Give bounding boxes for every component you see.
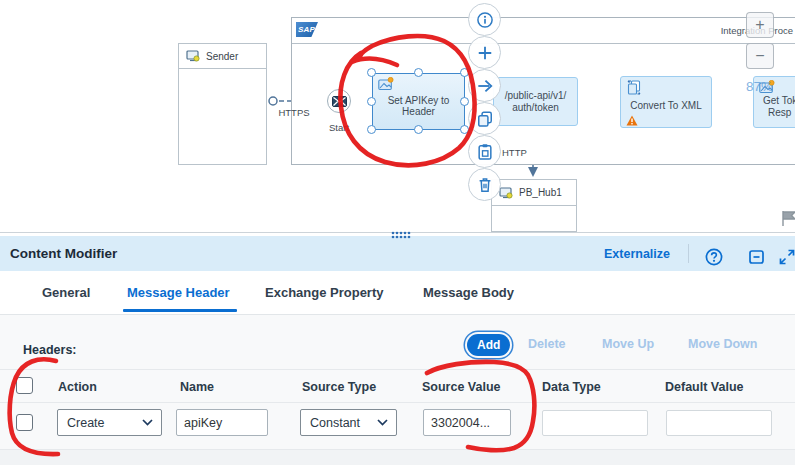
delete-button[interactable]: Delete (528, 337, 566, 351)
header-separator (688, 244, 689, 263)
data-type-input[interactable] (542, 410, 648, 436)
context-copy-button[interactable] (468, 102, 501, 135)
add-button[interactable]: Add (467, 334, 510, 356)
arrow-right-icon (475, 76, 495, 96)
xml-converter-icon (627, 80, 642, 95)
panel-header (0, 236, 795, 271)
selection-handle[interactable] (460, 68, 469, 77)
start-label: Start (320, 122, 358, 133)
table-border (0, 369, 795, 370)
arrowhead-down (528, 167, 538, 177)
step-set-apikey-to-header[interactable]: Set APIKey to Header (372, 73, 465, 130)
step-convert-to-xml[interactable]: Convert To XML (620, 76, 712, 128)
plus-icon (475, 43, 495, 63)
selection-handle[interactable] (367, 125, 376, 134)
context-add-button[interactable] (468, 36, 501, 69)
panel-title: Content Modifier (10, 236, 117, 271)
select-all-checkbox[interactable] (16, 377, 33, 394)
default-value-input[interactable] (666, 410, 772, 436)
action-select-value: Create (67, 416, 105, 430)
message-start-icon (332, 96, 347, 107)
trash-icon (475, 175, 495, 195)
expand-icon (779, 249, 795, 265)
step-label-line1: Set APIKey to (388, 95, 450, 107)
action-select[interactable]: Create (57, 409, 162, 436)
participant-icon (499, 187, 513, 199)
minimize-icon (749, 250, 764, 264)
participant-icon (186, 50, 200, 62)
selection-handle[interactable] (414, 68, 423, 77)
tab-exchange-property[interactable]: Exchange Property (265, 271, 384, 314)
name-input[interactable] (176, 409, 268, 436)
column-header-default-value: Default Value (665, 380, 744, 394)
selection-handle[interactable] (460, 97, 469, 106)
column-header-data-type: Data Type (542, 380, 601, 394)
context-connector-button[interactable] (468, 69, 501, 102)
column-header-source-type: Source Type (302, 380, 376, 394)
step-label-line2: Resp (768, 107, 791, 119)
move-up-button[interactable]: Move Up (602, 337, 654, 351)
help-button[interactable] (705, 248, 723, 266)
table-border (0, 402, 795, 403)
context-delete-button[interactable] (468, 168, 501, 201)
receiver-participant[interactable]: PB_Hub1 (491, 179, 577, 232)
step-label-line2: Header (402, 106, 435, 118)
info-icon (475, 10, 495, 30)
context-paste-button[interactable] (468, 135, 501, 168)
column-header-name: Name (180, 380, 214, 394)
column-header-action: Action (58, 380, 97, 394)
step-label-line2: auth/token (512, 102, 559, 114)
panel-footer-area (0, 450, 795, 465)
content-modifier-icon (378, 77, 394, 91)
tab-general[interactable]: General (42, 271, 90, 314)
tab-message-body[interactable]: Message Body (423, 271, 514, 314)
tab-message-header[interactable]: Message Header (127, 271, 230, 314)
step-label: Convert To XML (630, 100, 702, 112)
selection-handle[interactable] (460, 125, 469, 134)
cpi-designer-window: SAP Integration Proce Sender P (0, 0, 795, 465)
sender-participant[interactable]: Sender (178, 43, 267, 165)
clipboard-icon (475, 142, 495, 162)
zoom-out-button[interactable]: − (746, 43, 774, 69)
flag-icon[interactable] (781, 210, 795, 227)
zoom-in-button[interactable]: + (746, 12, 774, 38)
source-value-input[interactable] (423, 409, 511, 436)
step-label-line1: /public-api/v1/ (505, 90, 567, 102)
zoom-level-ghost: 87% (746, 79, 773, 94)
minimize-button[interactable] (749, 250, 764, 264)
help-icon (705, 248, 723, 266)
step-label-line1: Get Tok (763, 95, 795, 107)
tab-strip (0, 271, 795, 315)
step-public-api-auth-token[interactable]: /public-api/v1/ auth/token (493, 77, 578, 126)
selection-handle[interactable] (367, 68, 376, 77)
headers-section-label: Headers: (23, 343, 77, 357)
receiver-label: PB_Hub1 (519, 187, 562, 198)
active-tab-indicator (123, 309, 237, 312)
splitter-grip-dots[interactable] (391, 230, 411, 240)
http-label: HTTP (502, 147, 527, 158)
connection-endpoint[interactable] (269, 97, 277, 105)
source-type-select-value: Constant (310, 416, 360, 430)
expand-button[interactable] (779, 249, 795, 265)
chevron-down-icon (377, 419, 388, 426)
sender-label: Sender (206, 51, 238, 62)
context-info-button[interactable] (468, 3, 501, 36)
start-event-node[interactable] (327, 89, 351, 113)
source-type-select[interactable]: Constant (300, 409, 397, 436)
column-header-source-value: Source Value (422, 380, 501, 394)
chevron-down-icon (142, 419, 153, 426)
copy-icon (475, 109, 495, 129)
flow-canvas[interactable]: SAP Integration Proce Sender P (0, 0, 795, 232)
move-down-button[interactable]: Move Down (688, 337, 757, 351)
https-label: HTTPS (272, 107, 316, 118)
warning-icon[interactable] (626, 115, 638, 126)
row-checkbox[interactable] (16, 414, 33, 431)
selection-handle[interactable] (367, 97, 376, 106)
externalize-link[interactable]: Externalize (604, 236, 670, 271)
selection-handle[interactable] (414, 125, 423, 134)
